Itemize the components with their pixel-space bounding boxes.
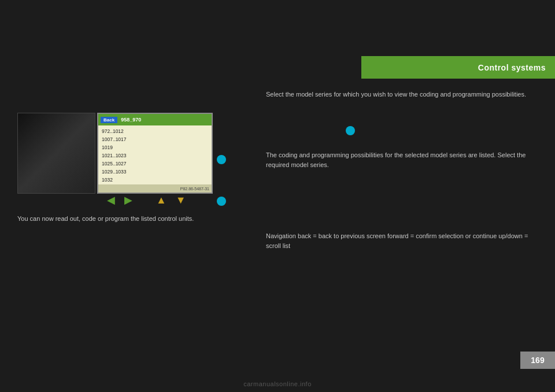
arrow-up-icon: ▲ [156,195,166,205]
car-image [17,113,95,194]
page-background: Control systems Back 958_970 972..101210… [0,0,555,392]
body-text-left-content: You can now read out, code or program th… [17,215,194,222]
arrow-down-icon: ▼ [176,195,186,205]
list-item[interactable]: 1007..1017 [102,135,208,143]
body-text-right-content: Select the model series for which you wi… [266,91,526,98]
display-header-text: 958_970 [121,117,141,123]
watermark-text: carmanualsonline.info [243,380,312,387]
list-item[interactable]: 1021..1023 [102,151,208,160]
body-text-right: Select the model series for which you wi… [266,90,532,99]
display-footer: P82.86-5487-31 [98,184,212,193]
watermark: carmanualsonline.info [243,380,312,387]
list-item[interactable]: 1029..1033 [102,168,208,176]
page-title: Control systems [478,63,546,72]
page-number-box: 169 [520,352,555,369]
back-button[interactable]: Back [101,117,117,123]
arrows-area: ◀ ▶ ▲ ▼ [107,195,186,205]
arrow-left-icon: ◀ [107,195,115,205]
display-header: Back 958_970 [98,114,212,125]
list-item[interactable]: 1032 [102,176,208,184]
body-text-left: You can now read out, code or program th… [17,214,260,224]
body-text-right-lower-content: The coding and programming possibilities… [266,151,526,168]
list-item[interactable]: 972..1012 [102,127,208,135]
display-list: 972..10121007..101710191021..10231025..1… [98,125,212,184]
display-panel: Back 958_970 972..10121007..101710191021… [97,113,213,194]
arrow-right-icon: ▶ [124,195,132,205]
bullet-circle-3 [217,197,226,206]
display-footer-text: P82.86-5487-31 [180,187,209,191]
bullet-circle-2 [346,126,355,135]
bullet-circle-1 [217,155,226,164]
list-item[interactable]: 1025..1027 [102,160,208,168]
body-text-right-bottom-content: Navigation back = back to previous scree… [266,232,528,249]
body-text-right-lower: The coding and programming possibilities… [266,150,532,169]
list-item[interactable]: 1019 [102,143,208,151]
header-banner: Control systems [361,56,555,79]
body-text-right-bottom: Navigation back = back to previous scree… [266,231,532,250]
page-number: 169 [531,356,544,365]
